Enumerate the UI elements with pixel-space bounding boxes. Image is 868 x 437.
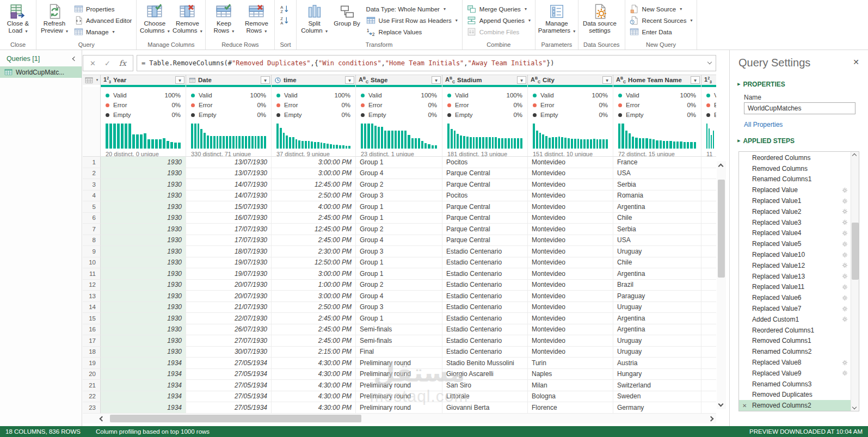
column-header-partial[interactable]: 123 [701,75,716,85]
cell[interactable]: Estadio Centenario [442,347,528,358]
cell[interactable]: 16/07/1930 [186,213,272,224]
cell[interactable]: Final [356,347,442,358]
applied-step-reordered-columns1[interactable]: Reordered Columns1 [739,325,851,336]
cell[interactable]: Estadio Centenario [442,257,528,269]
cell[interactable]: Germany [613,402,701,414]
cell[interactable]: Argentina [613,201,701,213]
filter-icon[interactable]: ▼ [432,76,441,84]
cell[interactable]: Group 1 [356,268,442,280]
cell[interactable]: Group 1 [356,313,442,324]
cell[interactable]: Argentina [613,268,701,280]
cell[interactable]: Montevideo [528,224,613,235]
cell[interactable]: 1930 [101,224,186,235]
applied-step-renamed-columns1[interactable]: Renamed Columns1 [739,174,851,185]
row-number[interactable]: 17 [83,335,101,347]
row-number[interactable]: 12 [83,280,101,291]
cell[interactable]: 1930 [101,324,186,336]
cell[interactable]: Romania [613,190,701,202]
cell[interactable] [701,235,716,247]
cell[interactable]: Parque Central [442,179,528,190]
cell[interactable] [701,224,716,235]
step-settings-gear-icon[interactable] [841,241,848,248]
applied-step-removed-columns1[interactable]: Removed Columns1 [739,336,851,347]
cell[interactable]: 1934 [101,391,186,403]
cell[interactable]: 13/07/1930 [186,168,272,180]
cell[interactable] [701,257,716,269]
applied-step-renamed-columns3[interactable]: Renamed Columns3 [739,379,851,390]
cell[interactable]: 12:45:00 PM [272,224,356,235]
cell[interactable]: Naples [528,369,613,380]
cell[interactable]: 27/07/1930 [186,335,272,347]
cell[interactable] [701,190,716,202]
step-settings-gear-icon[interactable] [841,219,848,226]
cell[interactable]: 20/07/1930 [186,280,272,291]
row-number[interactable]: 10 [83,257,101,269]
filter-icon[interactable]: ▼ [602,76,612,84]
cell[interactable]: 2:30:00 PM [272,246,356,257]
applied-step-replaced-value7[interactable]: Replaced Value7 [739,303,851,314]
cell[interactable]: 1930 [101,246,186,257]
cell[interactable]: Montevideo [528,168,613,180]
cell[interactable]: 12:50:00 PM [272,257,356,269]
cell[interactable]: 1934 [101,380,186,391]
applied-step-replaced-value[interactable]: Replaced Value [739,184,851,195]
cell[interactable]: 1930 [101,179,186,190]
row-number[interactable]: 8 [83,235,101,247]
cell[interactable]: 1930 [101,257,186,269]
cell[interactable]: 18/07/1930 [186,246,272,257]
cell[interactable]: Montevideo [528,347,613,358]
step-settings-gear-icon[interactable] [841,370,848,377]
step-settings-gear-icon[interactable] [841,262,848,269]
cell[interactable]: 1930 [101,168,186,180]
cell[interactable]: 19/07/1930 [186,268,272,280]
cell[interactable]: 27/05/1934 [186,391,272,403]
column-header-Stadium[interactable]: ABCStadium▼ [442,75,528,85]
cell[interactable]: Montevideo [528,324,613,336]
data-source-settings-button[interactable]: Data source settings [580,1,619,37]
remove-columns-button[interactable]: Remove Columns ▾ [171,1,204,37]
cell[interactable]: 27/05/1934 [186,380,272,391]
cell[interactable]: Montevideo [528,213,613,224]
cell[interactable] [701,380,716,391]
row-number[interactable]: 21 [83,380,101,391]
cell[interactable]: Brazil [613,280,701,291]
cell[interactable]: Group 3 [356,246,442,257]
row-number[interactable]: 4 [83,190,101,202]
cell[interactable]: 1930 [101,201,186,213]
cell[interactable]: Florence [528,402,613,414]
cell[interactable]: 1930 [101,235,186,247]
cell[interactable]: Montevideo [528,257,613,269]
append-queries-button[interactable]: Append Queries▾ [464,15,533,26]
cell[interactable]: Uruguay [613,335,701,347]
step-settings-gear-icon[interactable] [841,294,848,301]
applied-step-removed-columns2[interactable]: ✕Removed Columns2 [739,400,851,411]
delete-step-icon[interactable]: ✕ [742,403,747,409]
cell[interactable]: Group 1 [356,257,442,269]
sort-descending-button[interactable]: ZA [276,15,292,26]
applied-steps-section-header[interactable]: ▲ APPLIED STEPS [737,137,795,145]
applied-step-reordered-columns[interactable]: Reordered Columns [739,152,851,163]
cell[interactable]: 4:00:00 PM [272,201,356,213]
cell[interactable]: 1930 [101,190,186,202]
cell[interactable]: Serbia [613,224,701,235]
row-number[interactable]: 18 [83,347,101,358]
cell[interactable]: Stadio Benito Mussolini [442,358,528,369]
cell[interactable] [701,335,716,347]
cell[interactable]: Parque Central [442,224,528,235]
cell[interactable]: Chile [613,213,701,224]
scroll-up-icon[interactable] [718,164,724,169]
close-and-load-button[interactable]: Close & Load ▾ [2,1,34,37]
cell[interactable]: 21/07/1930 [186,302,272,313]
cell[interactable]: Group 4 [356,235,442,247]
cell[interactable]: Parque Central [442,235,528,247]
query-name-input[interactable] [744,102,855,114]
cell[interactable]: 12:45:00 PM [272,179,356,190]
status-profiling-note[interactable]: Column profiling based on top 1000 rows [96,428,210,435]
cell[interactable]: Giovanni Berta [442,402,528,414]
applied-step-replaced-value10[interactable]: Replaced Value10 [739,249,851,260]
row-number[interactable]: 2 [83,168,101,180]
cell[interactable]: Estadio Centenario [442,313,528,324]
cell[interactable] [701,291,716,302]
cell[interactable]: Preliminary round [356,358,442,369]
cell[interactable]: 17/07/1930 [186,224,272,235]
